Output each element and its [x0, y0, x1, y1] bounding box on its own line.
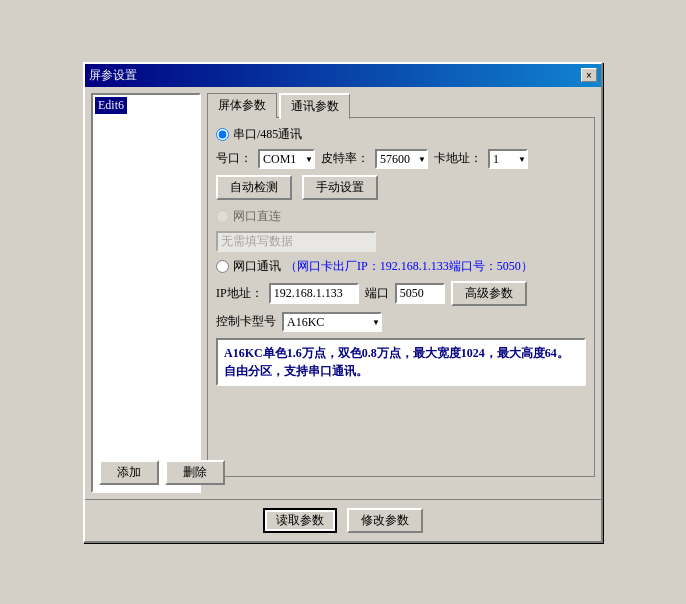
- port-select[interactable]: COM1: [258, 149, 315, 169]
- manual-set-button[interactable]: 手动设置: [302, 175, 378, 200]
- tab-comm-params[interactable]: 通讯参数: [279, 93, 350, 119]
- right-panel: 屏体参数 通讯参数 串口/485通讯 号口： COM1: [207, 93, 595, 493]
- port2-label: 端口: [365, 285, 389, 302]
- tab-content: 串口/485通讯 号口： COM1 皮特率： 57600: [207, 117, 595, 477]
- card-type-select[interactable]: A16KC: [282, 312, 382, 332]
- info-box: A16KC单色1.6万点，双色0.8万点，最大宽度1024，最大高度64。自由分…: [216, 338, 586, 386]
- card-addr-select-wrapper: 1: [488, 149, 528, 169]
- delete-button[interactable]: 删除: [165, 460, 225, 485]
- baud-select[interactable]: 57600: [375, 149, 428, 169]
- card-type-row: 控制卡型号 A16KC: [216, 312, 586, 332]
- detect-buttons-row: 自动检测 手动设置: [216, 175, 586, 200]
- serial-radio-row: 串口/485通讯: [216, 126, 586, 143]
- card-addr-select[interactable]: 1: [488, 149, 528, 169]
- modify-params-button[interactable]: 修改参数: [347, 508, 423, 533]
- net-direct-input[interactable]: [216, 231, 376, 252]
- net-comm-link: （网口卡出厂IP：192.168.1.133端口号：5050）: [285, 258, 533, 275]
- serial-radio-label[interactable]: 串口/485通讯: [216, 126, 302, 143]
- main-window: 屏参设置 × Edit6 添加 删除 屏体参数 通讯参数: [83, 62, 603, 543]
- close-button[interactable]: ×: [581, 68, 597, 82]
- net-direct-section: 网口直连: [216, 208, 586, 252]
- baud-label: 皮特率：: [321, 150, 369, 167]
- title-bar: 屏参设置 ×: [85, 64, 601, 87]
- advanced-button[interactable]: 高级参数: [451, 281, 527, 306]
- net-direct-input-row: [216, 231, 586, 252]
- card-addr-label: 卡地址：: [434, 150, 482, 167]
- bottom-bar: 读取参数 修改参数: [85, 499, 601, 541]
- info-text: A16KC单色1.6万点，双色0.8万点，最大宽度1024，最大高度64。自由分…: [224, 346, 569, 378]
- auto-detect-button[interactable]: 自动检测: [216, 175, 292, 200]
- serial-radio[interactable]: [216, 128, 229, 141]
- read-params-button[interactable]: 读取参数: [263, 508, 337, 533]
- left-panel-buttons: 添加 删除: [99, 460, 225, 485]
- card-type-select-wrapper: A16KC: [282, 312, 382, 332]
- edit6-item[interactable]: Edit6: [95, 97, 127, 114]
- port-label: 号口：: [216, 150, 252, 167]
- baud-select-wrapper: 57600: [375, 149, 428, 169]
- ip-label: IP地址：: [216, 285, 263, 302]
- ip-port-row: IP地址： 端口 高级参数: [216, 281, 586, 306]
- port2-input[interactable]: [395, 283, 445, 304]
- net-direct-radio-row: 网口直连: [216, 208, 586, 225]
- window-title: 屏参设置: [89, 67, 137, 84]
- left-panel: Edit6 添加 删除: [91, 93, 201, 493]
- net-comm-radio[interactable]: [216, 260, 229, 273]
- net-comm-radio-label[interactable]: 网口通讯 （网口卡出厂IP：192.168.1.133端口号：5050）: [216, 258, 533, 275]
- net-direct-radio[interactable]: [216, 210, 229, 223]
- tab-screen-params[interactable]: 屏体参数: [207, 93, 277, 118]
- ip-input[interactable]: [269, 283, 359, 304]
- window-body: Edit6 添加 删除 屏体参数 通讯参数 串口/485通讯: [85, 87, 601, 499]
- net-direct-radio-label[interactable]: 网口直连: [216, 208, 281, 225]
- add-button[interactable]: 添加: [99, 460, 159, 485]
- title-bar-buttons: ×: [581, 68, 597, 82]
- port-select-wrapper: COM1: [258, 149, 315, 169]
- card-type-label: 控制卡型号: [216, 313, 276, 330]
- port-baud-row: 号口： COM1 皮特率： 57600 卡地址：: [216, 149, 586, 169]
- tabs: 屏体参数 通讯参数: [207, 93, 595, 118]
- net-comm-radio-row: 网口通讯 （网口卡出厂IP：192.168.1.133端口号：5050）: [216, 258, 586, 275]
